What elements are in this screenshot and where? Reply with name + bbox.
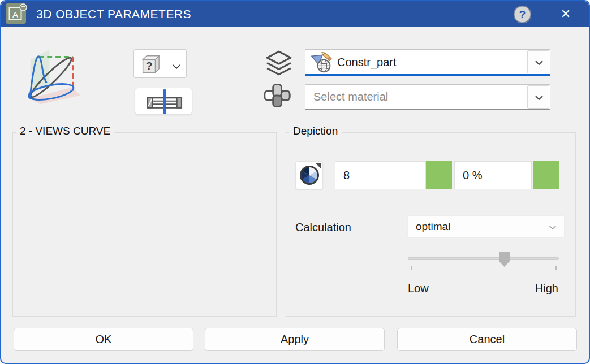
app-logo-icon: A (6, 3, 28, 25)
beam-section-icon (141, 86, 188, 117)
chevron-down-icon (535, 95, 544, 101)
calculation-value: optimal (416, 216, 450, 237)
cross-section-button[interactable] (135, 88, 192, 115)
cancel-button[interactable]: Cancel (397, 328, 577, 351)
material-combobox[interactable] (305, 84, 550, 110)
dropdown-corner-marker (315, 163, 321, 169)
depiction-group-title: Depiction (289, 125, 342, 137)
app-logo-letter: A (12, 10, 18, 19)
facets-count-field[interactable]: 8 (335, 161, 426, 189)
slider-tick-left (411, 266, 412, 270)
views-curve-group: 2 - VIEWS CURVE (12, 132, 277, 317)
chevron-down-icon (535, 60, 544, 66)
transparency-percent-field[interactable]: 0 % (454, 161, 532, 189)
material-icon (262, 83, 292, 109)
object-name-value[interactable]: Constr_part (337, 50, 525, 74)
close-icon: ✕ (561, 7, 571, 21)
slider-thumb[interactable] (499, 252, 510, 267)
material-dropdown-button[interactable] (527, 85, 549, 109)
dialog-3d-object-parameters: A 3D OBJECT PARAMETERS ? ✕ (0, 0, 590, 364)
titlebar[interactable]: A 3D OBJECT PARAMETERS ? ✕ (1, 1, 589, 27)
object-type-combobox[interactable]: ? (133, 49, 187, 78)
chevron-down-icon (172, 62, 181, 72)
unknown-glyph: ? (146, 60, 153, 72)
text-cursor (398, 55, 399, 69)
help-icon: ? (519, 8, 526, 20)
object-name-text: Constr_part (337, 56, 397, 68)
facet-shading-button[interactable] (295, 161, 323, 189)
unknown-object-box-icon: ? (139, 53, 161, 75)
window-title: 3D OBJECT PARAMETERS (36, 1, 191, 27)
slider-tick-right (555, 266, 557, 270)
color-swatch-transparency[interactable] (533, 161, 559, 189)
calculation-label: Calculation (295, 221, 351, 234)
close-button[interactable]: ✕ (555, 5, 576, 24)
layers-icon (264, 49, 294, 79)
material-input[interactable] (313, 85, 523, 109)
views-curve-group-title: 2 - VIEWS CURVE (16, 125, 114, 137)
apply-button[interactable]: Apply (205, 328, 385, 351)
construction-part-icon (310, 52, 333, 72)
calculation-select[interactable]: optimal (407, 215, 565, 238)
slider-low-label: Low (408, 282, 429, 295)
quality-slider-track[interactable] (408, 257, 559, 260)
help-button[interactable]: ? (514, 6, 531, 23)
two-views-curve-icon (17, 38, 101, 112)
ok-button[interactable]: OK (14, 328, 193, 351)
chevron-down-icon (549, 225, 557, 230)
depiction-group: Depiction 8 0 % Calculation optimal (286, 132, 576, 317)
object-name-combobox[interactable]: Constr_part (305, 49, 550, 76)
object-name-dropdown-button[interactable] (527, 50, 549, 73)
slider-high-label: High (501, 282, 558, 295)
color-swatch-facets[interactable] (426, 161, 452, 189)
